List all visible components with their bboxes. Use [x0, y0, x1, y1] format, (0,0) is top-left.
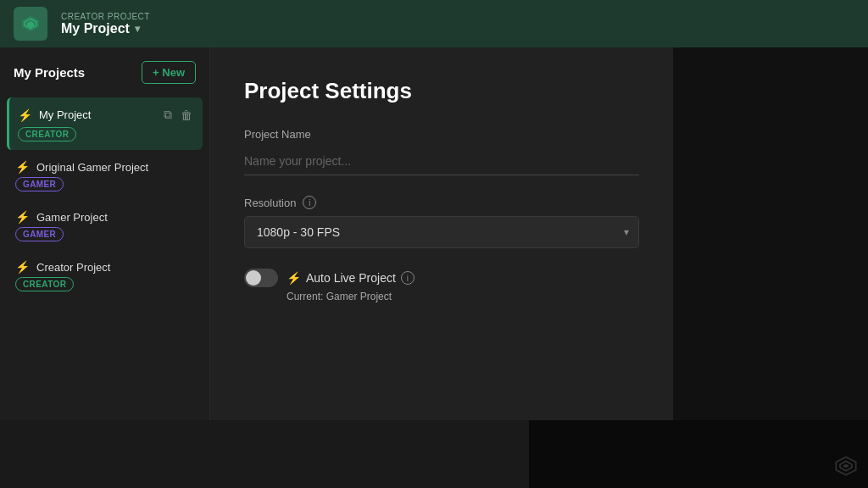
auto-live-group: ⚡ Auto Live Project i Current: Gamer Pro… [244, 269, 639, 302]
sidebar-item-original-gamer-project[interactable]: ⚡ Original Gamer Project GAMER [7, 152, 203, 200]
delete-button-my-project[interactable]: 🗑 [179, 106, 194, 124]
lightning-icon-gamer: ⚡ [15, 210, 30, 224]
topbar-project-name-button[interactable]: My Project ▾ [61, 21, 150, 36]
project-name-original-gamer: Original Gamer Project [36, 161, 148, 174]
new-project-button[interactable]: + New [142, 61, 196, 84]
topbar-dropdown-arrow: ▾ [135, 23, 140, 35]
bottom-logo [834, 454, 858, 481]
resolution-group: Resolution i 1080p - 30 FPS 1080p - 60 F… [244, 196, 639, 248]
sidebar-header: My Projects + New [0, 47, 209, 94]
auto-live-label: ⚡ Auto Live Project i [287, 271, 415, 285]
auto-live-label-text: Auto Live Project [306, 271, 396, 285]
project-name-input[interactable] [244, 147, 639, 175]
sidebar-title: My Projects [14, 65, 85, 80]
project-name-creator: Creator Project [36, 261, 110, 274]
right-panel [673, 47, 868, 420]
sidebar-item-my-project[interactable]: ⚡ My Project ⧉ 🗑 CREATOR [7, 97, 203, 150]
resolution-select-wrapper: 1080p - 30 FPS 1080p - 60 FPS 720p - 30 … [244, 216, 639, 248]
project-name-gamer: Gamer Project [36, 211, 108, 224]
main-layout: My Projects + New ⚡ My Project ⧉ 🗑 CREAT… [0, 47, 868, 420]
resolution-info-icon: i [303, 196, 316, 209]
bottom-area [0, 420, 868, 488]
auto-live-toggle[interactable] [244, 269, 278, 287]
sidebar-item-gamer-project[interactable]: ⚡ Gamer Project GAMER [7, 202, 203, 250]
auto-live-current-label: Current: [287, 291, 323, 302]
auto-live-current: Current: Gamer Project [244, 291, 639, 302]
topbar: CREATOR PROJECT My Project ▾ [0, 0, 868, 47]
lightning-icon-creator: ⚡ [15, 260, 30, 274]
copy-button-my-project[interactable]: ⧉ [162, 106, 174, 124]
auto-live-info-icon: i [401, 271, 415, 285]
auto-live-lightning-icon: ⚡ [287, 271, 301, 285]
topbar-project-info: CREATOR PROJECT My Project ▾ [61, 12, 150, 36]
bottom-left [0, 420, 210, 488]
page-title: Project Settings [244, 78, 639, 104]
project-name-group: Project Name [244, 128, 639, 175]
resolution-select[interactable]: 1080p - 30 FPS 1080p - 60 FPS 720p - 30 … [244, 216, 639, 248]
resolution-label: Resolution [244, 197, 296, 209]
content-area: Project Settings Project Name Resolution… [210, 47, 673, 420]
svg-marker-5 [843, 464, 849, 469]
auto-live-current-value: Gamer Project [326, 291, 392, 302]
sidebar: My Projects + New ⚡ My Project ⧉ 🗑 CREAT… [0, 47, 210, 420]
project-name-my-project: My Project [39, 108, 91, 121]
badge-creator-creator-project: CREATOR [15, 277, 74, 291]
auto-live-toggle-row: ⚡ Auto Live Project i [244, 269, 639, 287]
project-name-label: Project Name [244, 128, 639, 141]
lightning-icon-my-project: ⚡ [18, 108, 32, 122]
toggle-knob [246, 270, 261, 286]
badge-creator-my-project: CREATOR [18, 127, 76, 141]
badge-gamer-gamer-project: GAMER [15, 227, 64, 241]
lightning-icon-original-gamer: ⚡ [15, 160, 30, 174]
badge-gamer-original-gamer: GAMER [15, 177, 64, 191]
topbar-logo [14, 7, 47, 41]
sidebar-item-creator-project[interactable]: ⚡ Creator Project CREATOR [7, 252, 203, 300]
bottom-mid [210, 420, 529, 488]
topbar-label: CREATOR PROJECT [61, 12, 150, 21]
sidebar-list: ⚡ My Project ⧉ 🗑 CREATOR ⚡ Original Game… [0, 94, 209, 420]
topbar-project-name-text: My Project [61, 21, 130, 36]
bottom-right [529, 420, 868, 488]
project-actions-my-project: ⧉ 🗑 [162, 106, 194, 124]
